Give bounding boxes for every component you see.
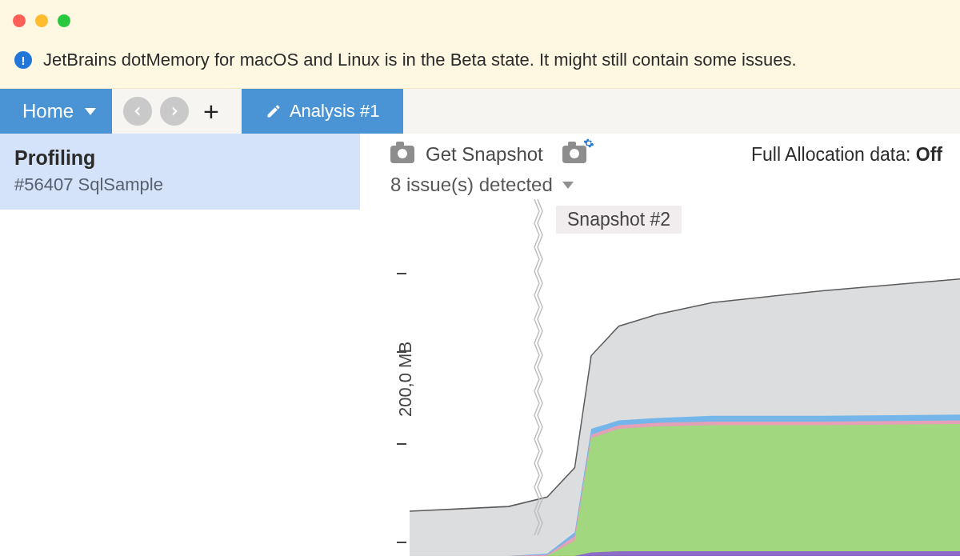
home-button[interactable]: Home — [0, 89, 112, 134]
camera-icon — [390, 146, 414, 163]
close-window-button[interactable] — [13, 14, 26, 27]
issues-text: 8 issue(s) detected — [390, 174, 553, 196]
chart-y-ticks — [397, 202, 406, 556]
main-toolbar: Home + Analysis #1 — [0, 89, 960, 134]
allocation-value: Off — [916, 144, 942, 165]
chevron-down-icon — [85, 108, 96, 115]
info-icon: ! — [14, 51, 32, 69]
zoom-window-button[interactable] — [58, 14, 70, 27]
gear-icon — [583, 138, 594, 149]
window-titlebar — [0, 0, 960, 42]
tab-label: Analysis #1 — [290, 101, 380, 122]
snapshot-settings-button[interactable] — [562, 146, 586, 163]
chart-canvas — [410, 202, 960, 556]
tab-analysis-1[interactable]: Analysis #1 — [242, 89, 404, 134]
nav-group: + — [112, 89, 237, 134]
get-snapshot-button[interactable]: Get Snapshot — [390, 143, 543, 166]
get-snapshot-label: Get Snapshot — [426, 143, 543, 166]
window-controls — [13, 14, 70, 27]
issues-dropdown[interactable]: 8 issue(s) detected — [360, 169, 960, 202]
allocation-status: Full Allocation data: Off — [751, 144, 942, 166]
memory-chart[interactable]: 200,0 MB Snapshot #2 — [360, 202, 960, 556]
sidebar-item-title: Profiling — [14, 146, 346, 170]
sidebar-item-subtitle: #56407 SqlSample — [14, 174, 346, 195]
content-pane: Get Snapshot Full Allocation data: Off 8… — [360, 134, 960, 556]
beta-notice-banner: ! JetBrains dotMemory for macOS and Linu… — [0, 42, 960, 89]
time-break-icon — [533, 199, 544, 535]
arrow-left-icon — [130, 104, 145, 118]
arrow-right-icon — [167, 104, 182, 118]
minimize-window-button[interactable] — [35, 14, 48, 27]
sidebar: Profiling #56407 SqlSample — [0, 134, 360, 556]
nav-back-button[interactable] — [123, 97, 152, 126]
content-toolbar: Get Snapshot Full Allocation data: Off — [360, 134, 960, 169]
nav-forward-button[interactable] — [160, 97, 189, 126]
home-label: Home — [22, 100, 74, 122]
main-area: Profiling #56407 SqlSample Get Snapshot … — [0, 134, 960, 556]
pencil-icon — [266, 103, 282, 119]
chevron-down-icon — [562, 182, 574, 189]
sidebar-item-profiling[interactable]: Profiling #56407 SqlSample — [0, 134, 360, 210]
allocation-label: Full Allocation data: — [751, 144, 916, 165]
plus-icon: + — [203, 96, 219, 127]
add-tab-button[interactable]: + — [197, 96, 226, 127]
banner-text: JetBrains dotMemory for macOS and Linux … — [43, 50, 797, 70]
